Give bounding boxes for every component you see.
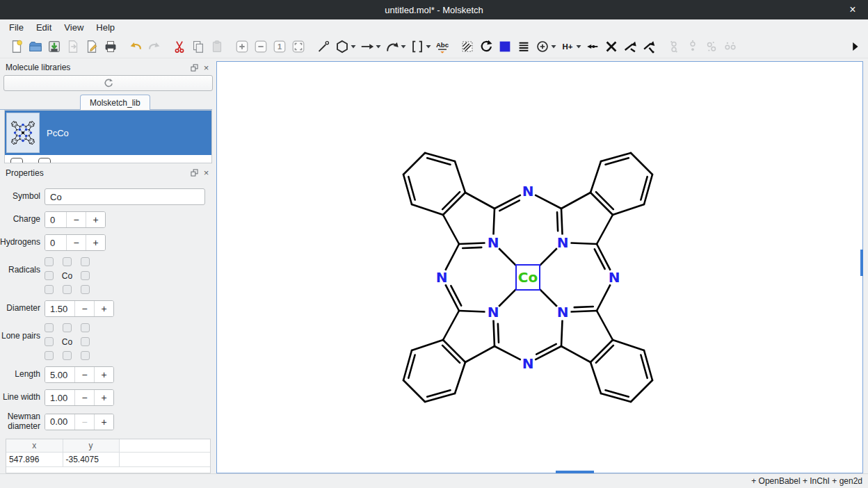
charge-decrement-button[interactable]: −	[66, 212, 86, 227]
atom-label-n[interactable]: N	[609, 269, 620, 286]
mechanism-arrow-button[interactable]	[383, 37, 401, 56]
redo-button[interactable]	[145, 37, 163, 56]
coordinate-column-y[interactable]: y	[63, 439, 119, 453]
ring-button[interactable]	[332, 37, 351, 56]
atom-label-n[interactable]: N	[436, 269, 448, 286]
hatch-button[interactable]	[458, 37, 476, 56]
zoom-fit-button[interactable]	[289, 37, 307, 56]
zoom-in-button[interactable]	[232, 37, 251, 56]
charge-increment-button[interactable]: +	[86, 212, 105, 227]
newman-diameter-decrement-button[interactable]: −	[74, 414, 94, 430]
atom-label-n[interactable]: N	[522, 183, 534, 200]
toolbar-overflow-button[interactable]	[845, 37, 864, 56]
atom-label-n[interactable]: N	[522, 355, 534, 372]
atom-label-n[interactable]: N	[557, 234, 569, 251]
hydrogens-value[interactable]: 0	[45, 235, 66, 250]
menu-view[interactable]: View	[58, 21, 90, 34]
tab-molsketch-lib[interactable]: Molsketch_lib	[80, 95, 150, 110]
zoom-original-button[interactable]: 1	[270, 37, 289, 56]
menu-edit[interactable]: Edit	[30, 21, 58, 34]
close-panel-icon[interactable]: ×	[200, 63, 212, 73]
lone-pair-checkbox[interactable]	[63, 351, 72, 360]
hydrogens-increment-button[interactable]: +	[86, 235, 105, 250]
radical-checkbox[interactable]	[63, 285, 72, 294]
float-panel-icon[interactable]	[188, 168, 200, 178]
lone-pair-checkbox[interactable]	[63, 323, 72, 332]
lone-pair-checkbox[interactable]	[81, 337, 90, 346]
new-button[interactable]	[7, 37, 26, 56]
length-increment-button[interactable]: +	[94, 367, 113, 382]
molecule-tool-3-button[interactable]	[702, 37, 721, 56]
newman-diameter-value[interactable]: 0.00	[45, 414, 74, 430]
hydrogen-button[interactable]: H+	[558, 37, 577, 56]
close-panel-icon[interactable]: ×	[200, 168, 212, 178]
molecule-tool-1-button[interactable]	[664, 37, 683, 56]
coordinate-column-x[interactable]: x	[6, 439, 63, 453]
lone-pair-checkbox[interactable]	[81, 323, 90, 332]
flip-bond-2-button[interactable]	[639, 37, 658, 56]
lone-pair-checkbox[interactable]	[45, 337, 54, 346]
symbol-field[interactable]	[45, 188, 205, 205]
cut-button[interactable]	[170, 37, 188, 56]
atom-label-n[interactable]: N	[488, 234, 499, 251]
molecule-tool-4-button[interactable]	[721, 37, 739, 56]
selected-atom-co[interactable]: Co	[516, 265, 540, 290]
dative-bond-button[interactable]	[583, 37, 602, 56]
radical-checkbox[interactable]	[45, 285, 54, 294]
open-button[interactable]	[26, 37, 45, 56]
library-item-pcco[interactable]: PcCo	[5, 111, 211, 155]
line-width-button[interactable]	[514, 37, 533, 56]
radical-checkbox[interactable]	[81, 271, 90, 280]
radical-checkbox[interactable]	[81, 257, 90, 266]
menu-file[interactable]: File	[3, 21, 30, 34]
brackets-button[interactable]	[408, 37, 426, 56]
charge-value[interactable]: 0	[45, 212, 66, 227]
charge-button[interactable]	[533, 37, 552, 56]
vertical-scrollbar[interactable]	[860, 250, 863, 276]
coordinate-y-cell[interactable]: -35.4075	[63, 453, 119, 467]
length-decrement-button[interactable]: −	[74, 367, 94, 382]
undo-button[interactable]	[126, 37, 145, 56]
line-width-increment-button[interactable]: +	[94, 390, 113, 405]
diameter-decrement-button[interactable]: −	[74, 301, 94, 316]
save-as-button[interactable]	[63, 37, 82, 56]
color-button[interactable]	[495, 37, 514, 56]
close-window-button[interactable]: ×	[843, 0, 862, 19]
copy-button[interactable]	[188, 37, 207, 56]
delete-button[interactable]	[602, 37, 620, 56]
export-button[interactable]	[82, 37, 101, 56]
lone-pair-checkbox[interactable]	[45, 351, 54, 360]
line-width-decrement-button[interactable]: −	[74, 390, 94, 405]
radical-checkbox[interactable]	[63, 257, 72, 266]
diameter-increment-button[interactable]: +	[94, 301, 113, 316]
lone-pair-checkbox[interactable]	[45, 323, 54, 332]
radical-checkbox[interactable]	[45, 271, 54, 280]
library-item-next-partial[interactable]	[5, 155, 211, 163]
atom-label-n[interactable]: N	[557, 304, 569, 320]
float-panel-icon[interactable]	[188, 63, 200, 73]
menu-help[interactable]: Help	[90, 21, 121, 34]
diameter-value[interactable]: 1.50	[45, 301, 74, 316]
radical-checkbox[interactable]	[81, 285, 90, 294]
drawing-canvas[interactable]: CoNNNNNNNN	[216, 61, 863, 473]
paste-button[interactable]	[207, 37, 226, 56]
molecule-tool-2-button[interactable]	[683, 37, 702, 56]
line-width-value[interactable]: 1.00	[45, 390, 74, 405]
rotate-button[interactable]	[476, 37, 495, 56]
length-value[interactable]: 5.00	[45, 367, 74, 382]
save-button[interactable]	[45, 37, 63, 56]
zoom-out-button[interactable]	[251, 37, 270, 56]
molecule-canvas[interactable]: CoNNNNNNNN	[217, 62, 862, 473]
hydrogens-decrement-button[interactable]: −	[66, 235, 86, 250]
atom-label-n[interactable]: N	[488, 304, 499, 320]
text-tool-button[interactable]: Abc	[433, 37, 451, 56]
radical-checkbox[interactable]	[45, 257, 54, 266]
draw-bond-button[interactable]	[314, 37, 332, 56]
newman-diameter-increment-button[interactable]: +	[94, 414, 113, 430]
flip-bond-button[interactable]	[620, 37, 639, 56]
reaction-arrow-button[interactable]	[357, 37, 376, 56]
lone-pair-checkbox[interactable]	[81, 351, 90, 360]
refresh-libraries-button[interactable]	[3, 75, 213, 90]
print-button[interactable]	[101, 37, 120, 56]
coordinate-x-cell[interactable]: 547.896	[6, 453, 63, 467]
